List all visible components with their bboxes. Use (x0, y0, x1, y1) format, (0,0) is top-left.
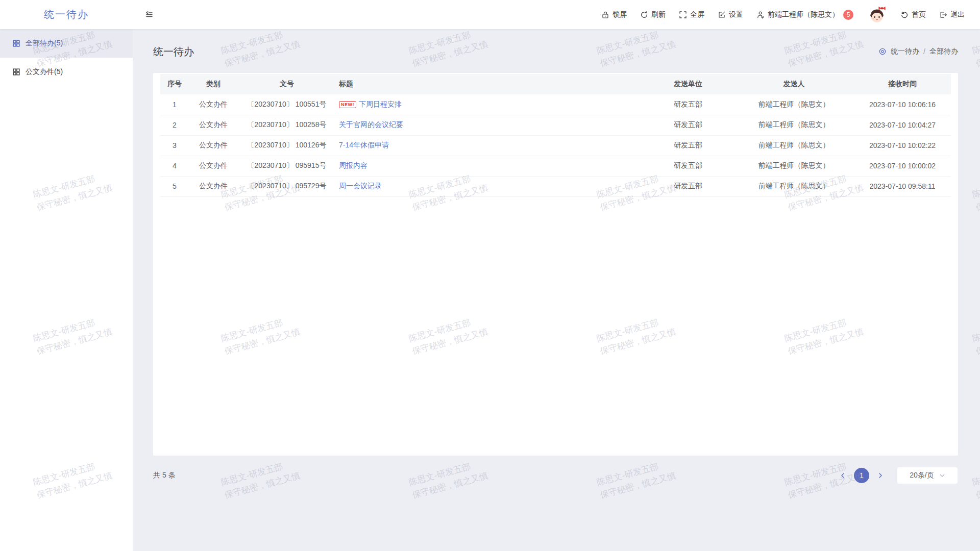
lock-screen-button[interactable]: 锁屏 (601, 10, 627, 19)
breadcrumb: 统一待办 / 全部待办 (878, 47, 958, 56)
cell-title: 7-14年休假申请 (336, 135, 642, 156)
todo-table-card: 序号 类别 文号 标题 发送单位 发送人 接收时间 1 公文办件 〔202307… (153, 73, 958, 456)
table-row: 2 公文办件 〔20230710〕 100258号 关于官网的会议纪要 研发五部… (160, 115, 951, 135)
breadcrumb-current[interactable]: 全部待办 (929, 47, 958, 56)
edit-settings-icon (718, 11, 726, 19)
table-row: 1 公文办件 〔20230710〕 100551号 NEW!下周日程安排 研发五… (160, 94, 951, 115)
cell-unit: 研发五部 (642, 135, 734, 156)
todo-title-link[interactable]: 周报内容 (339, 161, 368, 169)
page-title: 统一待办 (153, 45, 194, 59)
chevron-down-icon (939, 472, 945, 479)
new-badge: NEW! (339, 101, 356, 108)
cell-unit: 研发五部 (642, 156, 734, 176)
cell-unit: 研发五部 (642, 115, 734, 135)
cell-category: 公文办件 (189, 94, 238, 115)
refresh-button[interactable]: 刷新 (640, 10, 666, 19)
column-header-category: 类别 (189, 74, 238, 94)
cell-sender: 前端工程师（陈思文） (734, 115, 854, 135)
sidebar-item-all-todo[interactable]: 全部待办(5) (0, 29, 133, 58)
todo-title-link[interactable]: 7-14年休假申请 (339, 141, 389, 149)
refresh-icon (640, 11, 648, 19)
app-logo: 统一待办 (0, 8, 133, 21)
app-header: 统一待办 锁屏 刷新 (0, 0, 980, 29)
logout-label: 退出 (950, 10, 965, 19)
page-size-value: 20条/页 (910, 471, 934, 480)
location-pin-icon (878, 47, 887, 56)
cell-time: 2023-07-10 10:02:22 (854, 135, 951, 156)
table-row: 5 公文办件 〔20230710〕 095729号 周一会议记录 研发五部 前端… (160, 176, 951, 196)
cell-no: 4 (160, 156, 189, 176)
cell-title: 周报内容 (336, 156, 642, 176)
cell-unit: 研发五部 (642, 176, 734, 196)
cell-sender: 前端工程师（陈思文） (734, 156, 854, 176)
cell-doc-no: 〔20230710〕 095729号 (238, 176, 336, 196)
cell-doc-no: 〔20230710〕 100126号 (238, 135, 336, 156)
cell-no: 3 (160, 135, 189, 156)
sidebar-item-document-todo[interactable]: 公文办件(5) (0, 58, 133, 86)
todo-table: 序号 类别 文号 标题 发送单位 发送人 接收时间 1 公文办件 〔202307… (160, 74, 951, 197)
column-header-sender: 发送人 (734, 74, 854, 94)
header-toolbar: 锁屏 刷新 全屏 设置 (601, 5, 980, 25)
todo-count-badge[interactable]: 5 (843, 10, 853, 20)
table-row: 3 公文办件 〔20230710〕 100126号 7-14年休假申请 研发五部… (160, 135, 951, 156)
menu-fold-icon (145, 10, 154, 19)
total-count-label: 共 5 条 (153, 471, 176, 480)
user-icon (756, 11, 765, 19)
cell-title: 周一会议记录 (336, 176, 642, 196)
todo-title-link[interactable]: 下周日程安排 (359, 100, 402, 108)
back-home-icon (900, 11, 909, 19)
page-size-select[interactable]: 20条/页 (897, 467, 958, 484)
column-header-unit: 发送单位 (642, 74, 734, 94)
cell-category: 公文办件 (189, 156, 238, 176)
fullscreen-label: 全屏 (690, 10, 704, 19)
fullscreen-button[interactable]: 全屏 (679, 10, 704, 19)
cell-category: 公文办件 (189, 115, 238, 135)
cell-no: 1 (160, 94, 189, 115)
home-button[interactable]: 首页 (900, 10, 926, 19)
avatar[interactable] (867, 5, 887, 25)
cell-time: 2023-07-10 10:06:16 (854, 94, 951, 115)
settings-button[interactable]: 设置 (718, 10, 743, 19)
lock-screen-label: 锁屏 (612, 10, 627, 19)
main-content: 统一待办 统一待办 / 全部待办 序号 类别 文号 标题 (133, 29, 980, 551)
sidebar-item-label: 全部待办(5) (26, 39, 63, 48)
breadcrumb-separator: / (923, 47, 925, 56)
grid-icon (12, 68, 20, 76)
refresh-label: 刷新 (651, 10, 666, 19)
logout-button[interactable]: 退出 (939, 10, 965, 19)
cell-no: 2 (160, 115, 189, 135)
next-page-button[interactable] (875, 470, 886, 481)
column-header-no: 序号 (160, 74, 189, 94)
column-header-doc-no: 文号 (238, 74, 336, 94)
cell-unit: 研发五部 (642, 94, 734, 115)
todo-title-link[interactable]: 关于官网的会议纪要 (339, 120, 403, 129)
table-row: 4 公文办件 〔20230710〕 095915号 周报内容 研发五部 前端工程… (160, 156, 951, 176)
lock-icon (601, 11, 609, 19)
cell-title: 关于官网的会议纪要 (336, 115, 642, 135)
cell-category: 公文办件 (189, 135, 238, 156)
grid-icon (12, 39, 20, 47)
column-header-time: 接收时间 (854, 74, 951, 94)
settings-label: 设置 (729, 10, 743, 19)
sidebar-item-label: 公文办件(5) (26, 67, 63, 77)
sidebar-collapse-button[interactable] (145, 10, 154, 19)
prev-page-button[interactable] (838, 470, 848, 481)
logout-icon (939, 11, 947, 19)
table-header-row: 序号 类别 文号 标题 发送单位 发送人 接收时间 (160, 74, 951, 94)
cell-doc-no: 〔20230710〕 100258号 (238, 115, 336, 135)
cell-time: 2023-07-10 10:00:02 (854, 156, 951, 176)
cell-doc-no: 〔20230710〕 095915号 (238, 156, 336, 176)
cell-doc-no: 〔20230710〕 100551号 (238, 94, 336, 115)
todo-title-link[interactable]: 周一会议记录 (339, 182, 382, 190)
user-menu[interactable]: 前端工程师（陈思文） 5 (756, 10, 853, 20)
cell-sender: 前端工程师（陈思文） (734, 176, 854, 196)
page-number-button[interactable]: 1 (854, 468, 869, 483)
breadcrumb-root[interactable]: 统一待办 (891, 47, 919, 56)
sidebar: 全部待办(5) 公文办件(5) (0, 29, 133, 551)
pagination-bar: 共 5 条 1 20条/页 (153, 467, 958, 484)
user-name-label: 前端工程师（陈思文） (768, 10, 839, 19)
fullscreen-icon (679, 11, 687, 19)
cell-time: 2023-07-10 10:04:27 (854, 115, 951, 135)
cell-sender: 前端工程师（陈思文） (734, 94, 854, 115)
home-label: 首页 (912, 10, 926, 19)
